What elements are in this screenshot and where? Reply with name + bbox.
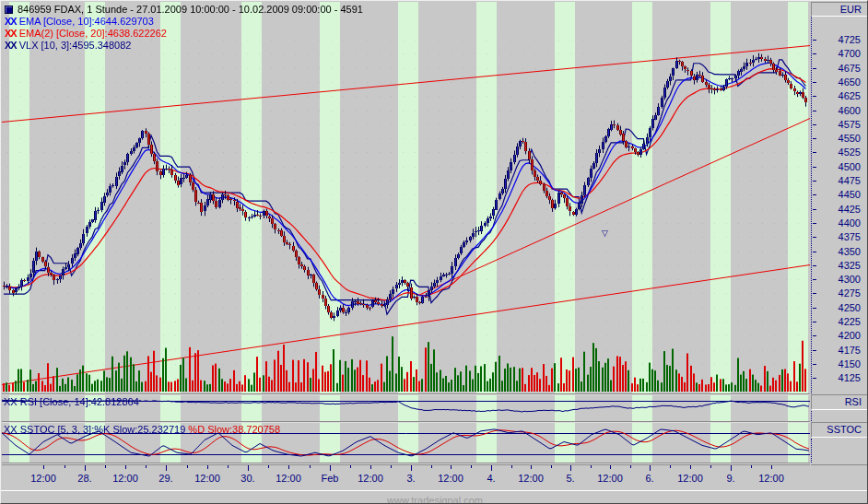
time-axis-label: 12:00	[276, 473, 301, 484]
time-axis-label: 5.	[566, 473, 574, 484]
price-tick	[813, 237, 816, 238]
time-tick	[591, 465, 592, 468]
currency-label: EUR	[840, 4, 862, 15]
price-axis-label: 4625	[839, 90, 861, 101]
time-tick	[43, 465, 44, 469]
price-tick	[813, 96, 816, 97]
time-tick	[690, 465, 691, 469]
time-axis-label: 30.	[240, 473, 254, 484]
sstoc-axis-label-box: SSTOC	[811, 422, 868, 438]
price-tick	[813, 308, 816, 309]
time-tick	[268, 465, 269, 468]
price-axis-label: 4675	[839, 63, 861, 74]
time-tick	[531, 465, 532, 469]
time-axis-label: 4.	[487, 473, 495, 484]
legend-label: EMA [Close, 10]:4644.629703	[19, 16, 154, 27]
sstoc-axis-label: SSTOC	[827, 424, 862, 435]
price-axis-label: 4325	[839, 260, 861, 271]
time-tick	[310, 465, 311, 468]
price-tick	[813, 279, 816, 280]
time-tick	[710, 465, 711, 468]
sstoc-panel-canvas[interactable]	[2, 423, 810, 463]
time-tick	[125, 465, 126, 469]
rsi-axis-label-box: RSI	[811, 394, 868, 410]
price-axis-label: 4600	[839, 105, 861, 116]
price-tick	[813, 322, 816, 322]
price-tick	[813, 124, 816, 125]
price-axis-label: 4500	[839, 161, 861, 172]
time-axis-label: 12:00	[758, 473, 784, 484]
price-axis-label: 4350	[839, 246, 861, 257]
price-tick	[813, 252, 816, 252]
time-axis-label: 12:00	[358, 473, 383, 484]
price-axis-label: 4550	[839, 133, 861, 144]
time-axis-label: 28.	[77, 473, 91, 484]
time-tick	[670, 465, 671, 468]
legend-item-ema20[interactable]: XXEMA(2) [Close, 20]:4638.622262	[5, 28, 363, 40]
legend-item-vlx[interactable]: XXVLX [10, 3]:4595.348082	[5, 40, 363, 52]
time-tick	[391, 465, 392, 468]
price-axis-label: 4200	[839, 330, 861, 341]
time-axis-label: 3.	[406, 473, 415, 484]
price-axis-label: 4450	[839, 189, 861, 200]
legend-item-ema10[interactable]: XXEMA [Close, 10]:4644.629703	[5, 16, 363, 28]
time-axis-label: 12:00	[677, 473, 703, 484]
price-axis-label: 4300	[839, 274, 861, 285]
price-chart-canvas[interactable]	[2, 2, 810, 393]
watermark: www.tradesignal.com	[387, 495, 483, 504]
time-axis-label: 6.	[645, 473, 653, 484]
price-tick	[813, 53, 816, 54]
time-tick	[146, 465, 147, 468]
price-axis-label: 4650	[839, 76, 861, 88]
price-axis-label: 4400	[839, 217, 861, 229]
time-tick	[451, 465, 452, 469]
time-tick	[330, 465, 331, 471]
time-tick	[228, 465, 229, 468]
price-axis-label: 4125	[839, 372, 861, 383]
time-axis-corner	[811, 464, 868, 490]
sstoc-axis-stub	[811, 439, 868, 463]
time-tick	[166, 465, 167, 471]
legend-label: VLX [10, 3]:4595.348082	[19, 40, 132, 51]
time-tick	[207, 465, 208, 469]
time-tick	[65, 465, 65, 468]
price-tick	[813, 68, 816, 69]
price-axis-label: 4575	[839, 119, 861, 130]
price-axis-label: 4150	[839, 358, 861, 369]
time-tick	[551, 465, 552, 468]
price-tick	[813, 40, 816, 41]
currency-box: EUR	[811, 2, 868, 17]
legend-label: EMA(2) [Close, 20]:4638.622262	[19, 28, 167, 39]
price-axis-label: 4275	[839, 287, 861, 299]
legend-toggle-icon[interactable]: XX	[5, 28, 17, 39]
time-tick	[751, 465, 752, 468]
price-axis-label: 4425	[839, 204, 861, 215]
rsi-axis-label: RSI	[845, 396, 862, 407]
time-axis-label: 12:00	[194, 473, 220, 484]
time-tick	[350, 465, 351, 468]
price-axis-label: 4725	[839, 34, 861, 45]
time-tick	[370, 465, 371, 469]
price-tick	[813, 223, 816, 224]
price-axis[interactable]: 4725470046754650462546004575455045254500…	[811, 17, 868, 393]
legend-toggle-icon[interactable]: XX	[5, 16, 17, 27]
time-tick	[731, 465, 732, 471]
price-tick	[813, 378, 816, 379]
time-tick	[85, 465, 86, 471]
price-tick	[813, 181, 816, 182]
price-axis-label: 4175	[839, 345, 861, 356]
time-axis[interactable]: 12:0028.12:0029.12:0030.12:00Feb12:003.1…	[2, 464, 810, 490]
time-tick	[610, 465, 611, 469]
price-tick	[813, 82, 816, 83]
time-tick	[431, 465, 432, 468]
time-tick	[471, 465, 472, 468]
price-tick	[813, 111, 816, 111]
price-axis-label: 4250	[839, 302, 861, 313]
price-tick	[813, 152, 816, 153]
legend-toggle-icon[interactable]: XX	[5, 40, 17, 51]
time-axis-label: 9.	[726, 473, 734, 484]
time-axis-label: Feb	[322, 473, 339, 484]
time-axis-label: 12:00	[30, 473, 56, 484]
time-tick	[570, 465, 571, 471]
rsi-panel-canvas[interactable]	[2, 395, 810, 421]
